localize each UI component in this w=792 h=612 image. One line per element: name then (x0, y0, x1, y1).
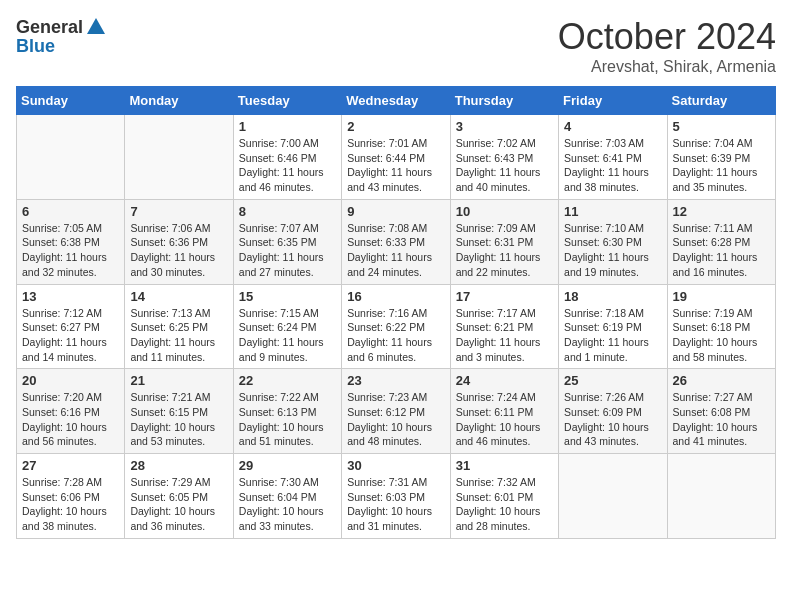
calendar-cell: 17Sunrise: 7:17 AMSunset: 6:21 PMDayligh… (450, 284, 558, 369)
calendar-week-5: 27Sunrise: 7:28 AMSunset: 6:06 PMDayligh… (17, 454, 776, 539)
day-number: 26 (673, 373, 770, 388)
day-info: Sunrise: 7:15 AMSunset: 6:24 PMDaylight:… (239, 306, 336, 365)
title-block: October 2024 Arevshat, Shirak, Armenia (558, 16, 776, 76)
day-info: Sunrise: 7:27 AMSunset: 6:08 PMDaylight:… (673, 390, 770, 449)
day-number: 3 (456, 119, 553, 134)
weekday-tuesday: Tuesday (233, 87, 341, 115)
day-info: Sunrise: 7:12 AMSunset: 6:27 PMDaylight:… (22, 306, 119, 365)
calendar-cell: 3Sunrise: 7:02 AMSunset: 6:43 PMDaylight… (450, 115, 558, 200)
day-number: 9 (347, 204, 444, 219)
day-info: Sunrise: 7:10 AMSunset: 6:30 PMDaylight:… (564, 221, 661, 280)
day-info: Sunrise: 7:03 AMSunset: 6:41 PMDaylight:… (564, 136, 661, 195)
calendar-week-1: 1Sunrise: 7:00 AMSunset: 6:46 PMDaylight… (17, 115, 776, 200)
logo: General Blue (16, 16, 107, 57)
day-info: Sunrise: 7:19 AMSunset: 6:18 PMDaylight:… (673, 306, 770, 365)
calendar-week-2: 6Sunrise: 7:05 AMSunset: 6:38 PMDaylight… (17, 199, 776, 284)
day-number: 17 (456, 289, 553, 304)
day-number: 24 (456, 373, 553, 388)
day-info: Sunrise: 7:18 AMSunset: 6:19 PMDaylight:… (564, 306, 661, 365)
calendar-cell: 31Sunrise: 7:32 AMSunset: 6:01 PMDayligh… (450, 454, 558, 539)
day-number: 18 (564, 289, 661, 304)
calendar-cell: 1Sunrise: 7:00 AMSunset: 6:46 PMDaylight… (233, 115, 341, 200)
day-info: Sunrise: 7:29 AMSunset: 6:05 PMDaylight:… (130, 475, 227, 534)
calendar-cell: 14Sunrise: 7:13 AMSunset: 6:25 PMDayligh… (125, 284, 233, 369)
day-number: 28 (130, 458, 227, 473)
day-info: Sunrise: 7:32 AMSunset: 6:01 PMDaylight:… (456, 475, 553, 534)
day-info: Sunrise: 7:05 AMSunset: 6:38 PMDaylight:… (22, 221, 119, 280)
day-info: Sunrise: 7:17 AMSunset: 6:21 PMDaylight:… (456, 306, 553, 365)
day-number: 1 (239, 119, 336, 134)
calendar-cell: 19Sunrise: 7:19 AMSunset: 6:18 PMDayligh… (667, 284, 775, 369)
weekday-sunday: Sunday (17, 87, 125, 115)
logo-general-text: General (16, 17, 83, 38)
calendar-cell: 25Sunrise: 7:26 AMSunset: 6:09 PMDayligh… (559, 369, 667, 454)
day-number: 11 (564, 204, 661, 219)
calendar-cell (559, 454, 667, 539)
calendar-table: SundayMondayTuesdayWednesdayThursdayFrid… (16, 86, 776, 539)
day-info: Sunrise: 7:31 AMSunset: 6:03 PMDaylight:… (347, 475, 444, 534)
day-info: Sunrise: 7:16 AMSunset: 6:22 PMDaylight:… (347, 306, 444, 365)
calendar-cell: 9Sunrise: 7:08 AMSunset: 6:33 PMDaylight… (342, 199, 450, 284)
calendar-cell: 24Sunrise: 7:24 AMSunset: 6:11 PMDayligh… (450, 369, 558, 454)
day-info: Sunrise: 7:28 AMSunset: 6:06 PMDaylight:… (22, 475, 119, 534)
day-number: 20 (22, 373, 119, 388)
calendar-week-3: 13Sunrise: 7:12 AMSunset: 6:27 PMDayligh… (17, 284, 776, 369)
day-info: Sunrise: 7:08 AMSunset: 6:33 PMDaylight:… (347, 221, 444, 280)
day-info: Sunrise: 7:01 AMSunset: 6:44 PMDaylight:… (347, 136, 444, 195)
day-number: 23 (347, 373, 444, 388)
day-number: 16 (347, 289, 444, 304)
day-info: Sunrise: 7:21 AMSunset: 6:15 PMDaylight:… (130, 390, 227, 449)
day-number: 15 (239, 289, 336, 304)
calendar-cell (17, 115, 125, 200)
weekday-header-row: SundayMondayTuesdayWednesdayThursdayFrid… (17, 87, 776, 115)
day-number: 14 (130, 289, 227, 304)
calendar-cell: 22Sunrise: 7:22 AMSunset: 6:13 PMDayligh… (233, 369, 341, 454)
day-number: 5 (673, 119, 770, 134)
day-info: Sunrise: 7:09 AMSunset: 6:31 PMDaylight:… (456, 221, 553, 280)
calendar-cell: 4Sunrise: 7:03 AMSunset: 6:41 PMDaylight… (559, 115, 667, 200)
day-number: 2 (347, 119, 444, 134)
day-info: Sunrise: 7:26 AMSunset: 6:09 PMDaylight:… (564, 390, 661, 449)
day-info: Sunrise: 7:07 AMSunset: 6:35 PMDaylight:… (239, 221, 336, 280)
day-number: 10 (456, 204, 553, 219)
weekday-wednesday: Wednesday (342, 87, 450, 115)
logo-blue-text: Blue (16, 36, 55, 57)
day-number: 19 (673, 289, 770, 304)
day-number: 27 (22, 458, 119, 473)
calendar-cell: 15Sunrise: 7:15 AMSunset: 6:24 PMDayligh… (233, 284, 341, 369)
day-info: Sunrise: 7:02 AMSunset: 6:43 PMDaylight:… (456, 136, 553, 195)
calendar-cell (667, 454, 775, 539)
day-number: 29 (239, 458, 336, 473)
month-title: October 2024 (558, 16, 776, 58)
calendar-cell (125, 115, 233, 200)
calendar-cell: 26Sunrise: 7:27 AMSunset: 6:08 PMDayligh… (667, 369, 775, 454)
weekday-monday: Monday (125, 87, 233, 115)
calendar-cell: 13Sunrise: 7:12 AMSunset: 6:27 PMDayligh… (17, 284, 125, 369)
calendar-cell: 16Sunrise: 7:16 AMSunset: 6:22 PMDayligh… (342, 284, 450, 369)
day-number: 7 (130, 204, 227, 219)
weekday-thursday: Thursday (450, 87, 558, 115)
day-info: Sunrise: 7:13 AMSunset: 6:25 PMDaylight:… (130, 306, 227, 365)
page-header: General Blue October 2024 Arevshat, Shir… (16, 16, 776, 76)
calendar-cell: 21Sunrise: 7:21 AMSunset: 6:15 PMDayligh… (125, 369, 233, 454)
calendar-cell: 5Sunrise: 7:04 AMSunset: 6:39 PMDaylight… (667, 115, 775, 200)
day-number: 22 (239, 373, 336, 388)
calendar-cell: 12Sunrise: 7:11 AMSunset: 6:28 PMDayligh… (667, 199, 775, 284)
day-info: Sunrise: 7:30 AMSunset: 6:04 PMDaylight:… (239, 475, 336, 534)
location-subtitle: Arevshat, Shirak, Armenia (558, 58, 776, 76)
day-number: 30 (347, 458, 444, 473)
day-number: 21 (130, 373, 227, 388)
day-info: Sunrise: 7:00 AMSunset: 6:46 PMDaylight:… (239, 136, 336, 195)
day-info: Sunrise: 7:04 AMSunset: 6:39 PMDaylight:… (673, 136, 770, 195)
calendar-cell: 28Sunrise: 7:29 AMSunset: 6:05 PMDayligh… (125, 454, 233, 539)
day-number: 13 (22, 289, 119, 304)
day-number: 6 (22, 204, 119, 219)
day-info: Sunrise: 7:22 AMSunset: 6:13 PMDaylight:… (239, 390, 336, 449)
calendar-cell: 10Sunrise: 7:09 AMSunset: 6:31 PMDayligh… (450, 199, 558, 284)
calendar-cell: 23Sunrise: 7:23 AMSunset: 6:12 PMDayligh… (342, 369, 450, 454)
calendar-cell: 6Sunrise: 7:05 AMSunset: 6:38 PMDaylight… (17, 199, 125, 284)
day-info: Sunrise: 7:24 AMSunset: 6:11 PMDaylight:… (456, 390, 553, 449)
calendar-body: 1Sunrise: 7:00 AMSunset: 6:46 PMDaylight… (17, 115, 776, 539)
day-info: Sunrise: 7:06 AMSunset: 6:36 PMDaylight:… (130, 221, 227, 280)
calendar-cell: 2Sunrise: 7:01 AMSunset: 6:44 PMDaylight… (342, 115, 450, 200)
